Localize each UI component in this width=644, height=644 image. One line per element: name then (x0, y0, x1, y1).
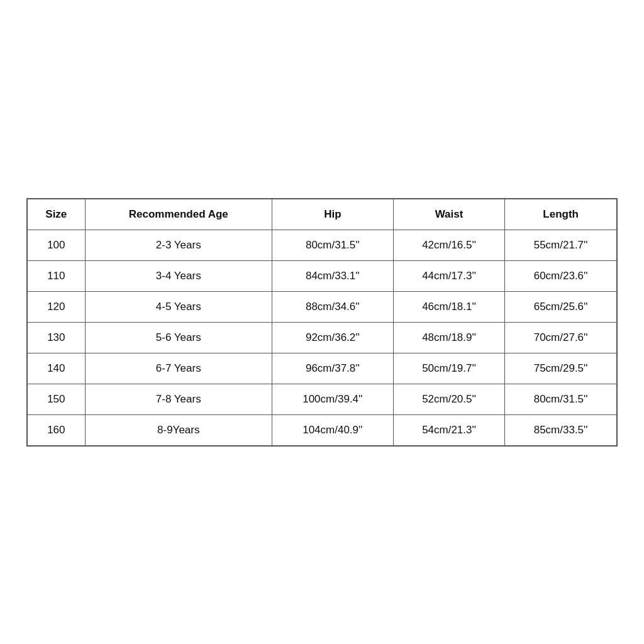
header-waist: Waist (393, 199, 504, 230)
table-row: 1305-6 Years92cm/36.2''48cm/18.9''70cm/2… (27, 322, 617, 353)
cell-length: 55cm/21.7'' (505, 230, 617, 260)
cell-size: 150 (27, 384, 85, 414)
table-row: 1406-7 Years96cm/37.8''50cm/19.7''75cm/2… (27, 353, 617, 384)
cell-size: 140 (27, 353, 85, 384)
cell-length: 70cm/27.6'' (505, 322, 617, 353)
size-chart-table: Size Recommended Age Hip Waist Length 10… (26, 198, 618, 447)
table-row: 1103-4 Years84cm/33.1''44cm/17.3''60cm/2… (27, 260, 617, 291)
header-recommended-age: Recommended Age (85, 199, 272, 230)
cell-waist: 54cm/21.3'' (393, 414, 504, 446)
cell-hip: 100cm/39.4'' (272, 384, 393, 414)
cell-waist: 50cm/19.7'' (393, 353, 504, 384)
cell-age: 3-4 Years (85, 260, 272, 291)
cell-age: 8-9Years (85, 414, 272, 446)
cell-hip: 104cm/40.9'' (272, 414, 393, 446)
table-row: 1507-8 Years100cm/39.4''52cm/20.5''80cm/… (27, 384, 617, 414)
cell-age: 5-6 Years (85, 322, 272, 353)
header-size: Size (27, 199, 85, 230)
cell-hip: 92cm/36.2'' (272, 322, 393, 353)
cell-length: 80cm/31.5'' (505, 384, 617, 414)
cell-age: 6-7 Years (85, 353, 272, 384)
cell-waist: 48cm/18.9'' (393, 322, 504, 353)
cell-age: 7-8 Years (85, 384, 272, 414)
cell-waist: 44cm/17.3'' (393, 260, 504, 291)
table-row: 1608-9Years104cm/40.9''54cm/21.3''85cm/3… (27, 414, 617, 446)
cell-size: 100 (27, 230, 85, 260)
cell-age: 4-5 Years (85, 291, 272, 322)
header-hip: Hip (272, 199, 393, 230)
cell-waist: 42cm/16.5'' (393, 230, 504, 260)
cell-size: 130 (27, 322, 85, 353)
cell-hip: 96cm/37.8'' (272, 353, 393, 384)
cell-hip: 80cm/31.5'' (272, 230, 393, 260)
cell-age: 2-3 Years (85, 230, 272, 260)
table-row: 1204-5 Years88cm/34.6''46cm/18.1''65cm/2… (27, 291, 617, 322)
table-row: 1002-3 Years80cm/31.5''42cm/16.5''55cm/2… (27, 230, 617, 260)
cell-hip: 88cm/34.6'' (272, 291, 393, 322)
cell-size: 160 (27, 414, 85, 446)
cell-length: 75cm/29.5'' (505, 353, 617, 384)
cell-hip: 84cm/33.1'' (272, 260, 393, 291)
cell-length: 65cm/25.6'' (505, 291, 617, 322)
cell-waist: 46cm/18.1'' (393, 291, 504, 322)
header-length: Length (505, 199, 617, 230)
cell-length: 85cm/33.5'' (505, 414, 617, 446)
cell-size: 120 (27, 291, 85, 322)
table-header-row: Size Recommended Age Hip Waist Length (27, 199, 617, 230)
cell-length: 60cm/23.6'' (505, 260, 617, 291)
cell-waist: 52cm/20.5'' (393, 384, 504, 414)
size-chart-container: Size Recommended Age Hip Waist Length 10… (26, 198, 618, 447)
cell-size: 110 (27, 260, 85, 291)
